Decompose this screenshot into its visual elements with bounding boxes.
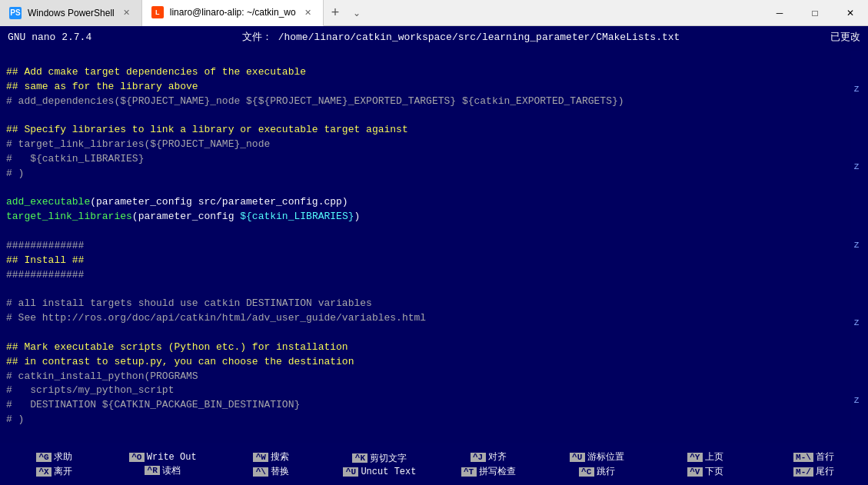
new-tab-button[interactable]: + <box>324 5 348 21</box>
label-firstline: 首行 <box>816 450 834 463</box>
label-pageup: 上页 <box>705 450 723 463</box>
title-bar: PS Windows PowerShell ✕ L linaro@linaro-… <box>0 0 868 26</box>
editor-line: # ) <box>6 167 851 181</box>
nano-modified: 已更改 <box>830 30 860 44</box>
label-exit: 离开 <box>54 465 72 478</box>
editor-line: # target_link_libraries(${PROJECT_NAME}_… <box>6 138 851 152</box>
editor-line: ############# <box>6 239 851 254</box>
label-lastline: 尾行 <box>816 465 834 478</box>
label-cursor-pos: 游标位置 <box>587 450 624 463</box>
powershell-icon: PS <box>9 7 22 19</box>
label-pagedown: 下页 <box>705 465 723 478</box>
tab-powershell-label: Windows PowerShell <box>28 8 115 18</box>
key-cr: ^R <box>145 466 160 475</box>
key-cv: ^V <box>687 467 703 477</box>
editor-line: ## same as for the library above <box>6 80 851 95</box>
editor-area[interactable]: ## Add cmake target dependencies of the … <box>0 48 868 443</box>
label-justify: 对齐 <box>488 450 507 463</box>
label-spell: 拼写检查 <box>479 465 516 478</box>
nano-cmd-justify: ^J 对齐 ^T 拼写检查 <box>434 445 543 483</box>
maximize-button[interactable]: □ <box>797 0 833 26</box>
label-help: 求助 <box>54 450 72 463</box>
editor-line <box>6 51 851 65</box>
close-button[interactable]: ✕ <box>833 0 868 26</box>
editor-line <box>6 283 851 297</box>
label-cut: 剪切文字 <box>370 452 407 465</box>
key-cw: ^W <box>253 453 268 462</box>
editor-line: # catkin_install_python(PROGRAMS <box>6 370 851 384</box>
label-search: 搜索 <box>271 450 289 463</box>
label-goto: 跳行 <box>597 465 615 478</box>
editor-line: # scripts/my_python_script <box>6 384 851 398</box>
label-replace: 替换 <box>271 465 289 478</box>
nano-version: GNU nano 2.7.4 <box>8 32 91 43</box>
label-writeout: Write Out <box>147 452 197 463</box>
editor-line <box>6 224 851 239</box>
editor-line: # ) <box>6 413 851 427</box>
editor-line: ############# <box>6 268 851 283</box>
editor-line: # DESTINATION ${CATKIN_PACKAGE_BIN_DESTI… <box>6 398 851 413</box>
nano-filename: 文件： /home/linaro/catkin_workspace/src/le… <box>107 30 815 44</box>
editor-line: ## Add cmake target dependencies of the … <box>6 65 851 80</box>
key-cg: ^G <box>36 453 52 462</box>
nano-cmd-cursor: ^U 游标位置 ^C 跳行 <box>543 445 651 483</box>
key-cu: ^U <box>343 467 358 477</box>
tab-linaro[interactable]: L linaro@linaro-alip: ~/catkin_wo ✕ <box>142 0 324 26</box>
nano-cmd-firstlast: M-\ 首行 M-/ 尾行 <box>760 445 868 483</box>
window-controls: ─ □ ✕ <box>762 0 868 26</box>
editor-content[interactable]: ## Add cmake target dependencies of the … <box>6 51 851 440</box>
editor-line: ## Mark executable scripts (Python etc.)… <box>6 340 851 355</box>
key-cj: ^J <box>471 453 486 462</box>
editor-line: target_link_libraries(parameter_config $… <box>6 210 851 224</box>
nano-cmd-cut: ^K 剪切文字 ^U Uncut Text <box>325 445 434 483</box>
editor-line: # ${catkin_LIBRARIES} <box>6 152 851 167</box>
nano-cmd-pageup: ^Y 上页 ^V 下页 <box>651 445 760 483</box>
tab-dropdown[interactable]: ⌄ <box>347 8 367 18</box>
linaro-icon: L <box>151 6 164 18</box>
label-read: 读档 <box>162 464 181 477</box>
key-cc: ^C <box>579 467 594 477</box>
nano-status-bar: GNU nano 2.7.4 文件： /home/linaro/catkin_w… <box>0 26 868 48</box>
key-replace: ^\ <box>253 467 268 477</box>
editor-line: ## Specify libraries to link a library o… <box>6 123 851 138</box>
editor-line <box>6 108 851 123</box>
tab-linaro-label: linaro@linaro-alip: ~/catkin_wo <box>170 7 296 18</box>
key-cy: ^Y <box>687 453 703 462</box>
minimize-button[interactable]: ─ <box>762 0 797 26</box>
editor-sidebar: Z Z Z Z Z <box>851 51 862 440</box>
nano-cmd-help: ^G 求助 ^X 离开 <box>0 445 108 483</box>
tab-powershell[interactable]: PS Windows PowerShell ✕ <box>0 0 142 26</box>
tab-powershell-close[interactable]: ✕ <box>121 7 132 18</box>
editor-line <box>6 326 851 340</box>
editor-line: # all install targets should use catkin … <box>6 297 851 311</box>
nano-command-bar: ^G 求助 ^X 离开 ^O Write Out ^R 读档 ^W 搜索 ^\ … <box>0 443 868 485</box>
key-ct: ^T <box>461 467 477 477</box>
editor-line: # See http://ros.org/doc/api/catkin/html… <box>6 311 851 326</box>
nano-cmd-write: ^O Write Out ^R 读档 <box>108 445 217 483</box>
editor-line: ## Install ## <box>6 254 851 268</box>
key-firstline: M-\ <box>793 453 813 462</box>
key-cursor-pos: ^U <box>570 453 585 462</box>
editor-line <box>6 181 851 196</box>
label-uncut: Uncut Text <box>361 467 416 477</box>
editor-line: # add_dependencies(${PROJECT_NAME}_node … <box>6 95 851 109</box>
key-ck: ^K <box>352 453 367 463</box>
nano-cmd-search: ^W 搜索 ^\ 替换 <box>217 445 325 483</box>
editor-line: ## in contrast to setup.py, you can choo… <box>6 355 851 370</box>
key-co: ^O <box>129 453 145 462</box>
tab-linaro-close[interactable]: ✕ <box>302 7 314 18</box>
key-lastline: M-/ <box>793 467 813 477</box>
editor-line: add_executable(parameter_config src/para… <box>6 195 851 210</box>
key-cx: ^X <box>36 467 52 477</box>
